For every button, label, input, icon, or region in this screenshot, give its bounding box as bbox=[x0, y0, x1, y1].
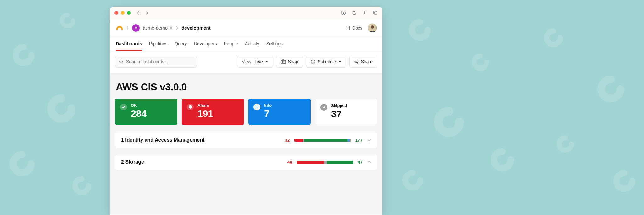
skipped-label: Skipped bbox=[331, 103, 347, 108]
breadcrumb-separator-icon bbox=[126, 26, 129, 30]
maximize-window-icon[interactable] bbox=[127, 11, 131, 15]
section-title: 2 Storage bbox=[121, 159, 283, 165]
environment-label[interactable]: development bbox=[181, 25, 211, 31]
search-field[interactable] bbox=[126, 59, 193, 64]
svg-point-7 bbox=[120, 60, 123, 63]
window-controls bbox=[114, 11, 131, 15]
tab-dashboards[interactable]: Dashboards bbox=[116, 37, 142, 51]
share-up-icon[interactable] bbox=[352, 10, 357, 15]
share-button[interactable]: Share bbox=[349, 56, 377, 68]
svg-rect-16 bbox=[257, 107, 257, 108]
share-nodes-icon bbox=[354, 59, 359, 64]
section-fail-count: 48 bbox=[287, 160, 292, 165]
tab-pipelines[interactable]: Pipelines bbox=[149, 37, 168, 51]
breadcrumb-separator-icon bbox=[176, 26, 178, 30]
sort-toggle-icon bbox=[169, 26, 173, 30]
section-title: 1 Identity and Access Management bbox=[121, 137, 280, 143]
breadcrumb: ✻ acme-demo development Docs bbox=[110, 19, 382, 37]
alarm-count: 191 bbox=[197, 108, 213, 119]
alarm-card[interactable]: Alarm191 bbox=[182, 99, 244, 125]
svg-point-3 bbox=[122, 29, 123, 30]
tab-developers[interactable]: Developers bbox=[194, 37, 217, 51]
info-label: Info bbox=[264, 103, 272, 108]
tab-activity[interactable]: Activity bbox=[245, 37, 259, 51]
summary-cards: OK284 Alarm191 Info7 Skipped37 bbox=[115, 99, 377, 125]
schedule-label: Schedule bbox=[318, 59, 336, 64]
dashboard-toolbar: View: Live Snap Schedule Share bbox=[110, 51, 382, 74]
info-card[interactable]: Info7 bbox=[248, 99, 311, 125]
section-row[interactable]: 2 Storage4847 bbox=[115, 154, 377, 170]
svg-point-2 bbox=[117, 29, 118, 30]
clock-icon bbox=[311, 59, 315, 64]
main-tabs: DashboardsPipelinesQueryDevelopersPeople… bbox=[110, 37, 382, 51]
skipped-card[interactable]: Skipped37 bbox=[315, 99, 377, 125]
dashboard-content: AWS CIS v3.0.0 OK284 Alarm191 Info7 Skip… bbox=[110, 74, 382, 215]
book-icon bbox=[345, 25, 350, 31]
app-window: ✻ acme-demo development Docs DashboardsP… bbox=[110, 7, 382, 215]
tab-people[interactable]: People bbox=[224, 37, 238, 51]
org-avatar-icon[interactable]: ✻ bbox=[132, 24, 140, 32]
ok-card[interactable]: OK284 bbox=[115, 99, 177, 125]
snap-button[interactable]: Snap bbox=[276, 56, 303, 68]
arrow-right-circle-icon bbox=[320, 104, 327, 111]
ok-label: OK bbox=[131, 103, 147, 108]
bell-icon bbox=[187, 104, 194, 110]
svg-point-13 bbox=[357, 62, 358, 64]
section-fail-count: 32 bbox=[285, 138, 290, 143]
alarm-label: Alarm bbox=[197, 103, 213, 108]
view-label: View: bbox=[242, 59, 253, 64]
back-icon[interactable] bbox=[136, 11, 140, 15]
section-progress-bar bbox=[297, 161, 353, 164]
chevron-up-icon[interactable] bbox=[367, 159, 371, 165]
docs-link[interactable]: Docs bbox=[345, 25, 362, 31]
copy-icon[interactable] bbox=[373, 10, 378, 15]
page-title: AWS CIS v3.0.0 bbox=[116, 81, 377, 93]
org-name-label: acme-demo bbox=[143, 25, 168, 31]
svg-point-15 bbox=[257, 106, 257, 106]
svg-point-12 bbox=[357, 60, 358, 61]
plus-icon[interactable] bbox=[362, 10, 367, 15]
svg-point-11 bbox=[355, 61, 356, 62]
schedule-button[interactable]: Schedule bbox=[306, 56, 346, 68]
caret-down-icon bbox=[338, 60, 341, 63]
org-selector[interactable]: acme-demo bbox=[143, 25, 173, 31]
info-icon bbox=[253, 104, 260, 110]
view-value: Live bbox=[255, 59, 263, 64]
svg-rect-1 bbox=[374, 12, 377, 14]
ok-count: 284 bbox=[131, 108, 147, 119]
download-icon[interactable] bbox=[341, 10, 346, 15]
search-icon bbox=[119, 59, 124, 64]
skipped-count: 37 bbox=[331, 109, 347, 119]
forward-icon[interactable] bbox=[145, 11, 149, 15]
minimize-window-icon[interactable] bbox=[121, 11, 125, 15]
snap-label: Snap bbox=[288, 59, 298, 64]
section-progress-bar bbox=[294, 139, 351, 142]
tab-query[interactable]: Query bbox=[175, 37, 187, 51]
avatar[interactable] bbox=[368, 24, 377, 32]
caret-down-icon bbox=[265, 60, 268, 63]
svg-rect-8 bbox=[281, 60, 286, 64]
section-pass-count: 177 bbox=[355, 138, 363, 143]
share-label: Share bbox=[361, 59, 373, 64]
app-logo-icon[interactable] bbox=[116, 24, 123, 32]
view-mode-selector[interactable]: View: Live bbox=[237, 56, 273, 68]
tab-settings[interactable]: Settings bbox=[266, 37, 283, 51]
close-window-icon[interactable] bbox=[114, 11, 118, 15]
svg-point-9 bbox=[282, 61, 284, 63]
camera-icon bbox=[281, 59, 286, 64]
section-row[interactable]: 1 Identity and Access Management32177 bbox=[115, 132, 377, 148]
info-count: 7 bbox=[264, 108, 272, 119]
svg-point-6 bbox=[371, 25, 374, 29]
search-input[interactable] bbox=[115, 56, 197, 68]
docs-label: Docs bbox=[352, 25, 362, 31]
check-circle-icon bbox=[120, 104, 127, 110]
chevron-down-icon[interactable] bbox=[367, 137, 371, 143]
svg-point-14 bbox=[190, 108, 191, 109]
titlebar bbox=[110, 7, 382, 19]
section-pass-count: 47 bbox=[358, 160, 363, 165]
